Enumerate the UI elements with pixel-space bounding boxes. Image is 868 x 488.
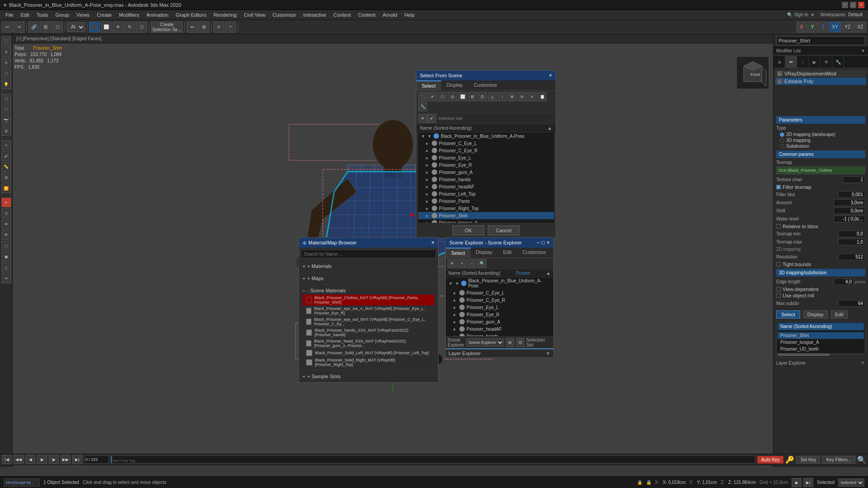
lt-scale-btn[interactable]: ⬡ [1, 69, 11, 79]
timeline-scrubber[interactable]: Add Time Tag [111, 455, 755, 464]
scale-button[interactable]: ⬡ [136, 22, 147, 33]
ok-button[interactable]: OK [453, 225, 484, 235]
redo-button[interactable]: ↪ [14, 22, 24, 33]
mat-item-6[interactable]: Black_Prisoner_Solid_Right_MAT (VRayMtl)… [302, 357, 434, 368]
texmap-button[interactable]: i216 (Black_Prisoner_Clothes [776, 166, 865, 174]
xz-plane-button[interactable]: XZ [854, 22, 866, 33]
menu-modifiers[interactable]: Modifiers [115, 10, 143, 20]
dlg-tb-4[interactable]: ◎ [448, 92, 457, 101]
sb-next[interactable]: ▶| [803, 478, 813, 487]
se-close[interactable]: × [547, 239, 550, 246]
lt-paint-btn[interactable]: 🖌 [1, 151, 11, 161]
lt-wireframe-btn[interactable]: ⬡ [1, 241, 11, 251]
lt-align-btn[interactable]: ⊞ [1, 173, 11, 183]
menu-help[interactable]: Help [401, 10, 418, 20]
se-tab-select[interactable]: Select [446, 248, 471, 258]
selection-filter-dropdown[interactable]: All [67, 22, 85, 32]
dlg-tb-6[interactable]: ⊞ [468, 92, 477, 101]
modifier-vray[interactable]: ▷ VRayDisplacementMod [775, 70, 866, 77]
link-button[interactable]: 🔗 [28, 22, 39, 33]
unlink-button[interactable]: ⛓ [40, 22, 51, 33]
x-axis-button[interactable]: X [797, 22, 807, 33]
sb-play[interactable]: ▶ [792, 478, 802, 487]
rotate-button[interactable]: ↻ [124, 22, 135, 33]
dlg-tb-5[interactable]: ⬜ [458, 92, 467, 101]
mat-item-2[interactable]: Black_Prisoner_eye_out_MAT (VRayMtl) [Pr… [302, 316, 434, 327]
dlg-tb-11[interactable]: ⊖ [518, 92, 527, 101]
edge-length-input[interactable] [834, 278, 854, 285]
dialog-tab-display[interactable]: Display [441, 80, 468, 90]
dlg-tb-2[interactable]: ✔ [428, 92, 437, 101]
scene-item-3[interactable]: ● Prisoner_Eye_R [418, 161, 554, 169]
tab-display[interactable]: 👁 [821, 56, 832, 68]
se-close-x[interactable]: ✕ [448, 259, 457, 268]
select-region-button[interactable]: ⬜ [101, 22, 112, 33]
align-button[interactable]: ⊞ [198, 22, 209, 33]
menu-rendering[interactable]: Rendering [210, 10, 241, 20]
mirror-button[interactable]: ⇔ [187, 22, 198, 33]
menu-content[interactable]: Content [354, 10, 379, 20]
mat-item-3[interactable]: Black_Prisoner_hands_SSS_MAT (VRayFastSS… [302, 327, 434, 338]
scene-item-5[interactable]: ● Prisoner_hands [418, 176, 554, 183]
tight-bounds-check[interactable]: Tight bounds [776, 262, 865, 267]
menu-views[interactable]: Views [73, 10, 93, 20]
max-subdiv-input[interactable] [838, 300, 865, 307]
dlg-tb-3[interactable]: ⬡ [438, 92, 447, 101]
list-prisoner-tongue[interactable]: Prisoner_tongue_A [778, 339, 864, 346]
display-button-params[interactable]: Display [803, 310, 828, 319]
se-item-2[interactable]: ● Prisoner_Eye_L [446, 304, 553, 311]
mat-item-0[interactable]: Black_Prisoner_Clothes_MAT (VRayMtl) [Pr… [302, 295, 434, 305]
se-item-1[interactable]: ● Prisoner_C_Eye_R [446, 296, 553, 304]
undo-button[interactable]: ↩ [2, 22, 13, 33]
water-level-row[interactable]: Water level [776, 216, 865, 222]
mapping-3d-radio[interactable]: 3D mapping [780, 138, 865, 143]
dlg-tb-8[interactable]: △ [488, 92, 497, 101]
timeline-prev[interactable]: ◀◀ [14, 455, 24, 464]
dialog-tab-customize[interactable]: Customize [468, 80, 503, 90]
xy-plane-button[interactable]: XY [829, 22, 841, 33]
mat-item-5[interactable]: Black_Prisoner_Solid_Left_MAT (VRayMtl) … [302, 349, 434, 357]
se-item-0[interactable]: ● Prisoner_C_Eye_L [446, 289, 553, 296]
scene-item-7[interactable]: ● Prisoner_Left_Top [418, 190, 554, 197]
lt-snap-btn[interactable]: 🔽 [1, 183, 11, 193]
menu-interactive[interactable]: Content [330, 10, 355, 20]
select-scene-close[interactable]: × [549, 72, 552, 79]
y-axis-button[interactable]: Y [807, 22, 817, 33]
se-item-4[interactable]: ● Prisoner_gum_A [446, 318, 553, 325]
select-button[interactable]: ⬛ [89, 22, 100, 33]
texmap-min-row[interactable]: Texmap min [776, 230, 865, 237]
minimize-button[interactable]: − [842, 2, 848, 8]
right-tabs[interactable]: ⊕ ✏ ↕ ▶ 👁 🔧 [774, 56, 868, 68]
se-btn-1[interactable]: ⊞ [506, 338, 514, 347]
mat-item-4[interactable]: Black_Prisoner_head_SSS_MAT (VRayFastSSS… [302, 338, 434, 349]
shift-row[interactable]: Shift [776, 207, 865, 214]
scene-list[interactable]: ▼ ▼ Black_Prisoner_in_Blue_Uniform_A-Pos… [418, 132, 554, 223]
tab-utilities[interactable]: 🔧 [832, 56, 844, 68]
menu-create[interactable]: Create [93, 10, 115, 20]
use-object-mtl-check[interactable]: Use object mtl [776, 293, 865, 298]
resolution-row[interactable]: Resolution [776, 253, 865, 260]
lt-hide-btn[interactable]: 👁 [1, 230, 11, 240]
filter-blur-row[interactable]: Filter blur [776, 191, 865, 198]
se-tab-display[interactable]: Display [471, 248, 498, 258]
lt-select-btn[interactable]: ⬛ [1, 36, 11, 46]
timeline-next-frame[interactable]: ▶ [49, 455, 59, 464]
tab-motion[interactable]: ▶ [809, 56, 821, 68]
layer-manager-button[interactable]: ≡ [213, 22, 224, 33]
lt-helper-btn[interactable]: ⊕ [1, 126, 11, 136]
mat-browser-close[interactable]: × [431, 239, 434, 246]
tab-modify[interactable]: ✏ [785, 56, 797, 68]
scene-root[interactable]: ▼ ▼ Black_Prisoner_in_Blue_Uniform_A-Pos… [418, 132, 554, 140]
mapping-2d-radio[interactable]: 2D mapping (landscape) [780, 132, 865, 137]
scene-item-1[interactable]: ● Prisoner_C_Eye_R [418, 147, 554, 154]
menu-customize[interactable]: Customize [269, 10, 300, 20]
lt-measure-btn[interactable]: 📏 [1, 162, 11, 172]
water-level-input[interactable] [834, 216, 865, 222]
cancel-button[interactable]: Cancel [488, 225, 519, 235]
menu-scripting[interactable]: Interactive [300, 10, 330, 20]
move-button[interactable]: ✛ [113, 22, 123, 33]
lt-shade-btn[interactable]: ◼ [1, 252, 11, 262]
menu-arnold[interactable]: Arnold [379, 10, 401, 20]
lt-light-btn[interactable]: 💡 [1, 80, 11, 89]
scene-item-10[interactable]: ● Prisoner_Shirt [418, 212, 554, 219]
